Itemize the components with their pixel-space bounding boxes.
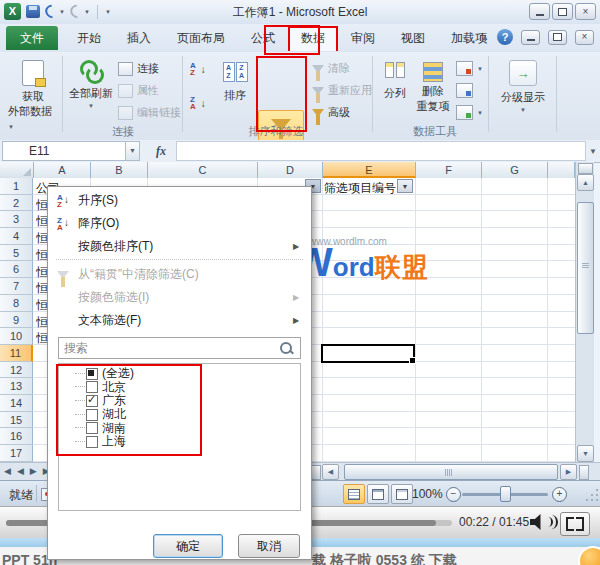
row-header-7[interactable]: 7 — [0, 278, 33, 295]
filter-option-湖南[interactable]: 湖南 — [59, 421, 300, 435]
row-header-3[interactable]: 3 — [0, 211, 33, 228]
prev-sheet-icon[interactable]: ◀ — [17, 466, 24, 476]
zoom-out-button[interactable]: − — [446, 487, 461, 502]
formula-bar-expand-icon[interactable]: ▼ — [586, 147, 600, 156]
row-header-11[interactable]: 11 — [0, 345, 33, 362]
scroll-right-button[interactable]: ▶ — [560, 464, 577, 480]
checkbox-湖北[interactable] — [86, 409, 98, 421]
volume-icon[interactable] — [530, 514, 544, 530]
scroll-up-button[interactable]: ▲ — [577, 174, 594, 191]
menu-sort-ascending[interactable]: AZ↓ 升序(S) — [48, 189, 311, 212]
row-header-4[interactable]: 4 — [0, 228, 33, 245]
page-layout-view-button[interactable] — [367, 484, 389, 504]
zoom-level-label[interactable]: 100% — [412, 487, 443, 501]
tab-插入[interactable]: 插入 — [114, 26, 164, 51]
advanced-filter-button[interactable]: 高级 — [312, 105, 350, 120]
reapply-filter-button[interactable]: 重新应用 — [312, 83, 372, 98]
vertical-scrollbar[interactable]: ▲ ▼ — [575, 162, 594, 462]
close-button[interactable]: × — [575, 3, 596, 20]
h-split-handle[interactable] — [311, 465, 321, 480]
workbook-close-button[interactable]: × — [575, 30, 594, 45]
cell-e1[interactable]: 筛选项目编号 — [324, 180, 396, 197]
menu-clear-filter[interactable]: 从“籍贯”中清除筛选(C) — [48, 263, 311, 286]
row-header-17[interactable]: 17 — [0, 445, 33, 462]
help-icon[interactable]: ? — [497, 29, 513, 45]
get-external-data-button[interactable]: 获取 外部数据 ▼ — [8, 60, 58, 131]
row-header-13[interactable]: 13 — [0, 378, 33, 395]
zoom-in-button[interactable]: + — [552, 487, 567, 502]
sheet-nav-buttons[interactable]: ◀ ◀ ▶ ▶ — [4, 466, 50, 476]
outline-button[interactable]: → 分级显示 ▼ — [496, 60, 550, 113]
normal-view-button[interactable] — [343, 484, 365, 504]
connections-button[interactable]: 连接 — [118, 61, 159, 76]
scroll-left-button[interactable]: ◀ — [322, 464, 339, 480]
checkbox-北京[interactable] — [86, 381, 98, 393]
workbook-minimize-button[interactable] — [521, 30, 540, 45]
row-header-9[interactable]: 9 — [0, 312, 33, 329]
column-header-A[interactable]: A — [34, 162, 91, 178]
tab-页面布局[interactable]: 页面布局 — [164, 26, 238, 51]
next-sheet-icon[interactable]: ▶ — [30, 466, 37, 476]
h-scroll-thumb[interactable] — [344, 464, 558, 480]
ok-button[interactable]: 确定 — [153, 534, 223, 558]
column-header-F[interactable]: F — [416, 162, 482, 178]
minimize-ribbon-icon[interactable]: ▲ — [481, 33, 489, 42]
filter-option-广东[interactable]: 广东 — [59, 394, 300, 408]
fullscreen-button[interactable] — [560, 512, 590, 536]
cancel-button[interactable]: 取消 — [238, 534, 300, 558]
selected-cell-e11[interactable] — [321, 344, 415, 363]
v-scroll-thumb[interactable] — [577, 202, 594, 334]
name-box-dropdown-icon[interactable]: ▼ — [126, 141, 140, 161]
edit-links-button[interactable]: 编辑链接 — [118, 105, 181, 120]
sort-descending-button[interactable]: ZA ↓ — [190, 96, 206, 110]
row-header-14[interactable]: 14 — [0, 395, 33, 412]
row-header-5[interactable]: 5 — [0, 245, 33, 262]
sort-button[interactable]: AZ ZA 排序 — [216, 62, 254, 103]
h-split-handle-2[interactable] — [579, 465, 589, 480]
checkbox-广东[interactable] — [86, 395, 98, 407]
column-header-D[interactable]: D — [258, 162, 323, 178]
row-header-12[interactable]: 12 — [0, 362, 33, 379]
menu-sort-descending[interactable]: ZA↓ 降序(O) — [48, 212, 311, 235]
properties-button[interactable]: 属性 — [118, 83, 159, 98]
row-header-1[interactable]: 1 — [0, 178, 33, 195]
filter-option-上海[interactable]: 上海 — [59, 435, 300, 449]
tab-开始[interactable]: 开始 — [64, 26, 114, 51]
workbook-restore-button[interactable] — [548, 30, 567, 45]
select-all-corner[interactable] — [0, 162, 34, 178]
menu-filter-by-color[interactable]: 按颜色筛选(I) ▶ — [48, 286, 311, 309]
tab-file[interactable]: 文件 — [6, 26, 58, 50]
column-header-E[interactable]: E — [323, 162, 416, 178]
filter-option-湖北[interactable]: 湖北 — [59, 408, 300, 422]
v-split-handle[interactable] — [578, 163, 593, 174]
minimize-button[interactable] — [529, 3, 550, 20]
tab-视图[interactable]: 视图 — [388, 26, 438, 51]
tab-数据[interactable]: 数据 — [288, 26, 338, 51]
resize-grip[interactable] — [584, 489, 598, 503]
clear-filter-button[interactable]: 清除 — [312, 61, 350, 76]
row-header-10[interactable]: 10 — [0, 328, 33, 345]
fill-handle[interactable] — [409, 357, 416, 364]
first-sheet-icon[interactable]: ◀ — [4, 466, 11, 476]
menu-text-filters[interactable]: 文本筛选(F) ▶ — [48, 309, 311, 332]
filter-value-list[interactable]: (全选)北京广东湖北湖南上海 — [58, 363, 301, 511]
tab-公式[interactable]: 公式 — [238, 26, 288, 51]
what-if-analysis-button[interactable]: ▼ — [456, 105, 483, 120]
filter-search-box[interactable]: 搜索 — [58, 337, 301, 359]
search-icon[interactable] — [280, 342, 292, 354]
column-header-B[interactable]: B — [91, 162, 148, 178]
filter-option-(全选)[interactable]: (全选) — [59, 367, 300, 381]
consolidate-button[interactable] — [456, 83, 473, 98]
name-box[interactable]: E11 — [2, 141, 126, 161]
zoom-slider-thumb[interactable] — [500, 486, 511, 502]
checkbox-湖南[interactable] — [86, 422, 98, 434]
text-to-columns-button[interactable]: 分列 — [378, 62, 412, 101]
data-validation-button[interactable]: ▼ — [456, 61, 483, 76]
sort-ascending-button[interactable]: AZ ↓ — [190, 62, 206, 76]
restore-button[interactable] — [552, 3, 573, 20]
refresh-all-button[interactable]: 全部刷新 ▼ — [68, 60, 114, 109]
row-header-15[interactable]: 15 — [0, 412, 33, 429]
insert-function-icon[interactable]: fx — [156, 144, 166, 159]
row-header-6[interactable]: 6 — [0, 261, 33, 278]
page-break-view-button[interactable] — [391, 484, 413, 504]
